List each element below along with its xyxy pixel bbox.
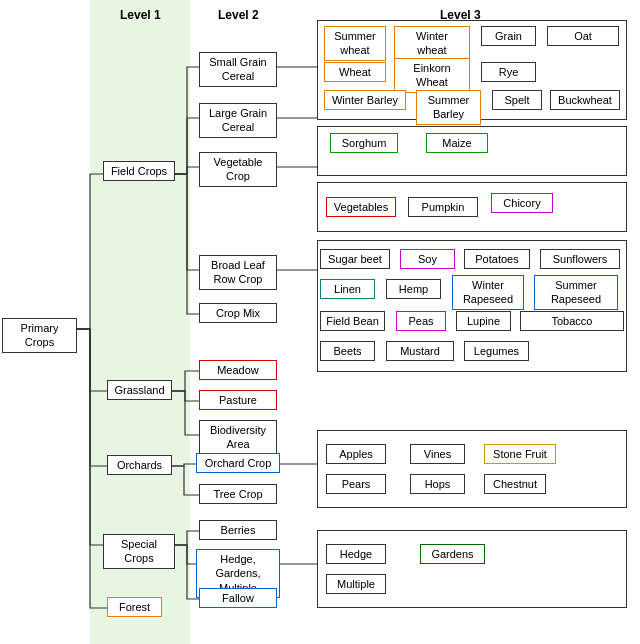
orchards-group: [317, 430, 627, 508]
crop-mix-node: Crop Mix: [199, 303, 277, 323]
small-grain-node: Small GrainCereal: [199, 52, 277, 87]
field-bean-node: Field Bean: [320, 311, 385, 331]
orchards-node: Orchards: [107, 455, 172, 475]
pumpkin-node: Pumpkin: [408, 197, 478, 217]
vegetables-node: Vegetables: [326, 197, 396, 217]
tobacco-node: Tobacco: [520, 311, 624, 331]
mustard-node: Mustard: [386, 341, 454, 361]
summer-rapeseed-node: SummerRapeseed: [534, 275, 618, 310]
winter-barley-node: Winter Barley: [324, 90, 406, 110]
orchard-crop-node: Orchard Crop: [196, 453, 280, 473]
summer-barley-node: SummerBarley: [416, 90, 481, 125]
grassland-node: Grassland: [107, 380, 172, 400]
special-crops-group: [317, 530, 627, 608]
einkorn-node: EinkornWheat: [394, 58, 470, 93]
potatoes-node: Potatoes: [464, 249, 530, 269]
summer-wheat-node: Summerwheat: [324, 26, 386, 61]
hemp-node: Hemp: [386, 279, 441, 299]
diagram: Level 1 Level 2 Level 3: [0, 0, 640, 644]
biodiversity-node: BiodiversityArea: [199, 420, 277, 455]
winter-wheat-node: Winter wheat: [394, 26, 470, 61]
wheat-node: Wheat: [324, 62, 386, 82]
legumes-node: Legumes: [464, 341, 529, 361]
forest-node: Forest: [107, 597, 162, 617]
meadow-node: Meadow: [199, 360, 277, 380]
soy-node: Soy: [400, 249, 455, 269]
rye-node: Rye: [481, 62, 536, 82]
peas-node: Peas: [396, 311, 446, 331]
vines-node: Vines: [410, 444, 465, 464]
broad-leaf-node: Broad LeafRow Crop: [199, 255, 277, 290]
oat-node: Oat: [547, 26, 619, 46]
berries-node: Berries: [199, 520, 277, 540]
primary-crops-node: Primary Crops: [2, 318, 77, 353]
lupine-node: Lupine: [456, 311, 511, 331]
header-level1: Level 1: [120, 8, 161, 22]
grain-node: Grain: [481, 26, 536, 46]
spelt-node: Spelt: [492, 90, 542, 110]
pears-node: Pears: [326, 474, 386, 494]
hops-node: Hops: [410, 474, 465, 494]
pasture-node: Pasture: [199, 390, 277, 410]
linen-node: Linen: [320, 279, 375, 299]
chestnut-node: Chestnut: [484, 474, 546, 494]
winter-rapeseed-node: WinterRapeseed: [452, 275, 524, 310]
header-level2: Level 2: [218, 8, 259, 22]
sugar-beet-node: Sugar beet: [320, 249, 390, 269]
sunflowers-node: Sunflowers: [540, 249, 620, 269]
header-level3: Level 3: [440, 8, 481, 22]
fallow-node: Fallow: [199, 588, 277, 608]
tree-crop-node: Tree Crop: [199, 484, 277, 504]
gardens-node: Gardens: [420, 544, 485, 564]
special-crops-node: Special Crops: [103, 534, 175, 569]
multiple-node: Multiple: [326, 574, 386, 594]
beets-node: Beets: [320, 341, 375, 361]
field-crops-node: Field Crops: [103, 161, 175, 181]
maize-node: Maize: [426, 133, 488, 153]
sorghum-node: Sorghum: [330, 133, 398, 153]
hedge-node: Hedge: [326, 544, 386, 564]
apples-node: Apples: [326, 444, 386, 464]
large-grain-node: Large GrainCereal: [199, 103, 277, 138]
buckwheat-node: Buckwheat: [550, 90, 620, 110]
vegetable-crop-node: VegetableCrop: [199, 152, 277, 187]
chicory-node: Chicory: [491, 193, 553, 213]
stone-fruit-node: Stone Fruit: [484, 444, 556, 464]
